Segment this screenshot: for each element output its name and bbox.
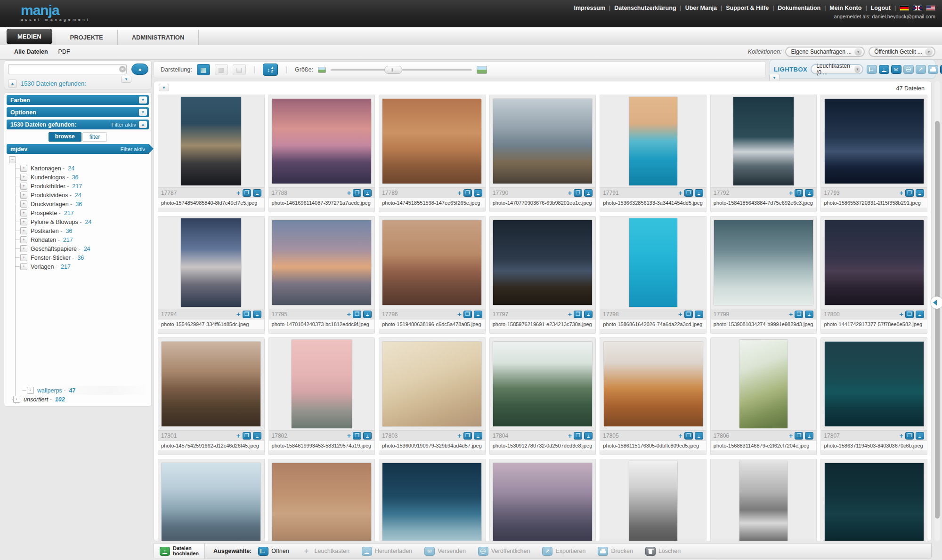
action--ffnen[interactable]: Öffnen [258,547,289,556]
download-icon[interactable] [916,432,924,440]
action-drucken[interactable]: Drucken [598,547,633,556]
tree-item-unsortiert[interactable]: unsortiert - 102 [12,395,149,404]
share-icon[interactable] [916,65,926,74]
tree-item-postkarten[interactable]: +Postkarten - 36 [16,226,149,235]
asset-tile[interactable]: 17796+photo-1519480638196-c6dc5a478a05.j… [379,216,486,334]
expand-node-icon[interactable]: + [20,227,27,234]
expand-node-icon[interactable]: + [20,254,27,261]
header-link-impressum[interactable]: Impressum [574,5,605,11]
preview-icon[interactable] [795,432,803,440]
tree-item-wallperps[interactable]: wallperps - 47 [22,386,149,395]
download-icon[interactable] [474,311,482,318]
lightbox-collapse-button[interactable]: ▼ [769,74,780,81]
header-link--ber-manja[interactable]: Über Manja [685,5,717,11]
view-grid-button[interactable]: ▦ [197,64,210,75]
download-icon[interactable] [805,311,813,318]
asset-tile[interactable]: 17795+photo-1470104240373-bc1812eddc9f.j… [268,216,375,334]
tree-item-prospekte[interactable]: +Prospekte - 217 [16,208,149,217]
add-to-lightbox-icon[interactable]: + [899,311,903,318]
preview-icon[interactable] [684,189,693,197]
collapse-node-icon[interactable]: − [9,156,16,163]
tree-item-produktvideos[interactable]: +Produktvideos - 24 [16,191,149,200]
view-thumbs-button[interactable]: ▥ [215,64,228,75]
add-to-lightbox-icon[interactable]: + [457,311,462,318]
add-to-lightbox-icon[interactable]: + [789,190,793,196]
preview-icon[interactable] [905,432,914,440]
preview-icon[interactable] [684,432,693,440]
add-to-lightbox-icon[interactable]: + [457,190,462,196]
add-to-lightbox-icon[interactable]: + [789,311,793,318]
expand-node-icon[interactable]: + [20,245,27,252]
expand-node-icon[interactable]: + [20,165,27,172]
section-optionen[interactable]: Optionen ▼ [7,107,149,117]
tab-projekte[interactable]: PROJEKTE [56,30,118,45]
tab-filter[interactable]: filter [82,132,107,142]
add-to-lightbox-icon[interactable]: + [347,432,351,439]
chevron-down-icon[interactable]: ▼ [139,96,147,104]
add-to-lightbox-icon[interactable]: + [457,432,462,439]
add-to-lightbox-icon[interactable]: + [347,311,351,318]
add-to-lightbox-icon[interactable]: + [347,190,351,196]
asset-tile[interactable]: 17802+photo-1584619993453-583129574a19.j… [268,337,375,455]
leaf-node-icon[interactable] [27,387,34,394]
grid-options-dropdown-icon[interactable]: ▼ [159,84,169,91]
upload-button[interactable]: Dateien hochladen [154,544,205,559]
download-icon[interactable] [916,189,924,197]
preview-icon[interactable] [795,311,803,318]
add-to-lightbox-icon[interactable]: + [678,311,682,318]
preview-icon[interactable] [684,311,693,318]
mail-icon[interactable] [891,65,901,74]
asset-tile[interactable] [710,459,817,541]
globe-icon[interactable] [903,65,914,74]
download-icon[interactable] [695,432,703,440]
tree-root-header[interactable]: mjdev Filter aktiv [7,144,149,154]
add-to-lightbox-icon[interactable]: + [568,432,572,439]
add-to-lightbox-icon[interactable]: + [236,190,241,196]
thumbnail-large-icon[interactable] [477,66,487,74]
preview-icon[interactable] [463,189,472,197]
tab-administration[interactable]: ADMINISTRATION [118,30,199,45]
asset-tile[interactable]: 17805+photo-1586115176305-0dbffc809ed5.j… [600,337,706,455]
preview-icon[interactable] [795,189,803,197]
german-flag[interactable] [900,5,909,11]
expand-node-icon[interactable]: + [20,183,27,190]
download-icon[interactable] [253,432,261,440]
preview-icon[interactable] [353,189,361,197]
asset-tile[interactable]: 17790+photo-1470770903676-69b98201ea1c.j… [489,95,596,212]
tab-browse[interactable]: browse [49,132,81,142]
tab-medien[interactable]: MEDIEN [7,29,52,44]
tree-item-produktbilder[interactable]: +Produktbilder - 217 [16,182,149,191]
preview-icon[interactable] [905,189,914,197]
sort-az-button[interactable]: ↕ AZ [263,64,278,76]
add-to-lightbox-icon[interactable]: + [236,311,241,318]
subnav-item-pdf[interactable]: PDF [58,48,70,55]
asset-tile[interactable] [600,459,706,541]
pen-icon[interactable] [940,65,942,74]
download-icon[interactable] [474,189,482,197]
expand-node-icon[interactable]: + [20,236,27,243]
preview-icon[interactable] [243,311,251,318]
british-flag[interactable] [913,5,922,11]
add-to-lightbox-icon[interactable]: + [678,432,682,439]
tree-item-pylone-blowups[interactable]: +Pylone & Blowups - 24 [16,217,149,226]
asset-tile[interactable]: 17806+photo-1568831146879-e2f62cf7204c.j… [710,337,817,455]
asset-tile[interactable]: 17799+photo-1539081034274-b9991e9829d3.j… [710,216,817,334]
download-icon[interactable] [584,432,593,440]
results-found-link[interactable]: ▲ 1530 Dateien gefunden: [8,80,86,88]
action-l-schen[interactable]: Löschen [645,547,681,556]
asset-tile[interactable] [820,459,927,541]
preview-icon[interactable] [574,189,582,197]
preview-icon[interactable] [243,189,251,197]
own-searches-dropdown[interactable]: Eigene Suchanfragen ... ▼ [785,47,865,57]
download-icon[interactable] [253,189,261,197]
asset-tile[interactable]: 17804+photo-1530912780732-0d2507ded3e8.j… [489,337,596,455]
header-link-mein-konto[interactable]: Mein Konto [829,5,861,11]
add-to-lightbox-icon[interactable]: + [236,432,241,439]
view-list-button[interactable]: ▤ [233,64,246,75]
print-icon[interactable] [928,65,938,74]
expand-node-icon[interactable]: + [20,200,27,208]
header-link-support-hilfe[interactable]: Support & Hilfe [726,5,769,11]
add-to-lightbox-icon[interactable]: + [899,190,903,196]
leaf-node-icon[interactable] [13,396,20,403]
search-options-dropdown-icon[interactable]: ▼ [121,76,131,83]
